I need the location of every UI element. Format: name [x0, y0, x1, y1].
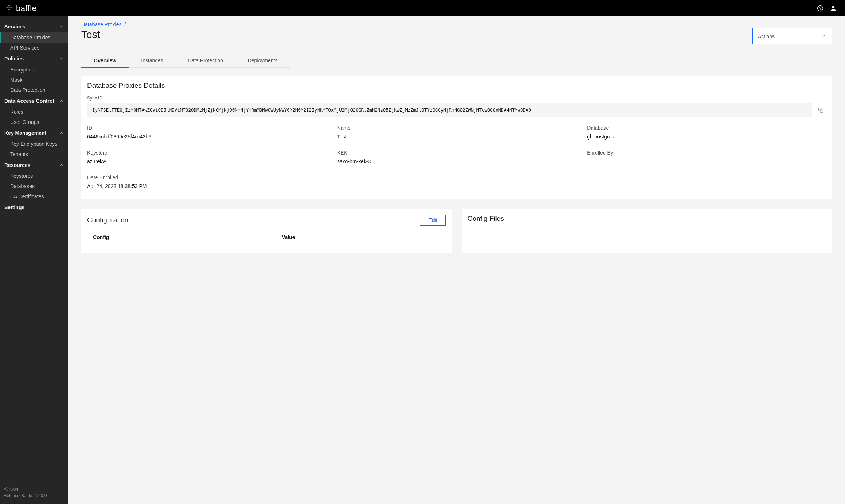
details-card: Database Proxies Details Sync ID IyNTSEl…	[81, 76, 832, 199]
sidebar-item-databases[interactable]: Databases	[0, 181, 68, 191]
sidebar-item-data-protection[interactable]: Data Protection	[0, 85, 68, 95]
chevron-up-icon	[59, 98, 64, 103]
help-icon[interactable]	[814, 2, 827, 15]
nav-section-label: Key Management	[4, 130, 46, 136]
chevron-down-icon	[821, 33, 826, 39]
brand: baffle	[5, 4, 36, 13]
tabs: Overview Instances Data Protection Deplo…	[81, 54, 290, 68]
col-value: Value	[276, 231, 446, 244]
sidebar-item-ca-certificates[interactable]: CA Certificates	[0, 191, 68, 202]
app-header: baffle	[0, 0, 845, 16]
tab-deployments[interactable]: Deployments	[235, 54, 290, 68]
copy-icon[interactable]	[816, 103, 826, 117]
chevron-up-icon	[59, 130, 64, 136]
detail-database: Database gh-postgres	[587, 125, 826, 140]
user-icon[interactable]	[827, 2, 840, 15]
config-files-card-title: Config Files	[468, 215, 826, 223]
breadcrumb-sep: /	[124, 22, 126, 27]
nav-section-label: Policies	[4, 56, 24, 62]
main-content: Database Proxies / Test Actions... Overv…	[68, 16, 845, 504]
nav-section-key-management[interactable]: Key Management	[0, 127, 68, 139]
version-label: Version:	[4, 486, 65, 492]
svg-rect-4	[8, 7, 10, 8]
details-card-title: Database Proxies Details	[87, 82, 826, 90]
detail-kek: KEK saxo-bm-kek-3	[337, 150, 576, 165]
sidebar-item-roles[interactable]: Roles	[0, 107, 68, 117]
brand-name: baffle	[16, 4, 36, 13]
configuration-table: Config Value	[87, 231, 446, 244]
svg-rect-3	[8, 9, 10, 11]
sidebar-item-tenants[interactable]: Tenants	[0, 149, 68, 159]
nav-section-label: Data Access Control	[4, 98, 54, 104]
sidebar-item-keystores[interactable]: Keystores	[0, 171, 68, 181]
tab-data-protection[interactable]: Data Protection	[175, 54, 235, 68]
nav-section-services[interactable]: Services	[0, 21, 68, 32]
sidebar-item-api-services[interactable]: API Services	[0, 43, 68, 53]
svg-point-7	[832, 6, 835, 8]
svg-rect-0	[8, 5, 10, 7]
detail-id: ID 6446ccbdf0309e25f4cc43b6	[87, 125, 326, 140]
brand-logo-icon	[5, 4, 13, 12]
nav-section-policies[interactable]: Policies	[0, 53, 68, 65]
actions-dropdown[interactable]: Actions...	[752, 28, 832, 44]
breadcrumb-parent-link[interactable]: Database Proxies	[81, 22, 122, 27]
svg-rect-8	[820, 109, 823, 112]
configuration-card-title: Configuration	[87, 216, 128, 224]
sidebar: Services Database Proxies API Services P…	[0, 16, 68, 504]
version-value: Release-Baffle.2.2.0.0	[4, 492, 65, 499]
svg-point-6	[820, 9, 821, 10]
svg-rect-1	[6, 7, 8, 8]
nav-section-resources[interactable]: Resources	[0, 159, 68, 171]
sync-id-label: Sync ID	[87, 95, 826, 101]
sidebar-item-key-encryption-keys[interactable]: Key Encryption Keys	[0, 139, 68, 149]
nav-section-label: Resources	[4, 162, 31, 168]
sidebar-item-encryption[interactable]: Encryption	[0, 65, 68, 75]
sync-id-value[interactable]: IyNTSElFTEQjIzY0MTAwZGViODJkNDViMTQ2ODMz…	[87, 103, 812, 117]
svg-rect-2	[10, 7, 12, 8]
edit-button[interactable]: Edit	[420, 215, 445, 226]
tab-overview[interactable]: Overview	[81, 54, 129, 68]
sidebar-item-settings[interactable]: Settings	[0, 202, 68, 213]
detail-name: Name Test	[337, 125, 576, 140]
detail-keystore: Keystore azurekv-	[87, 150, 326, 165]
chevron-up-icon	[59, 56, 64, 61]
page-title: Test	[81, 29, 126, 40]
configuration-card: Configuration Edit Config Value	[81, 209, 452, 253]
col-config: Config	[87, 231, 276, 244]
sidebar-nav: Services Database Proxies API Services P…	[0, 16, 68, 482]
sidebar-item-user-groups[interactable]: User Groups	[0, 117, 68, 127]
breadcrumb: Database Proxies /	[81, 22, 126, 27]
chevron-up-icon	[59, 24, 64, 29]
sidebar-item-mask[interactable]: Mask	[0, 75, 68, 85]
config-files-card: Config Files	[462, 209, 832, 253]
tab-instances[interactable]: Instances	[129, 54, 175, 68]
actions-dropdown-label: Actions...	[758, 34, 779, 39]
nav-section-data-access-control[interactable]: Data Access Control	[0, 95, 68, 107]
detail-date-enrolled: Date Enrolled Apr 24, 2023 18:38:53 PM	[87, 175, 326, 190]
sidebar-footer: Version: Release-Baffle.2.2.0.0	[0, 482, 68, 504]
detail-enrolled-by: Enrolled By	[587, 150, 826, 165]
chevron-up-icon	[59, 163, 64, 168]
nav-section-label: Services	[4, 24, 26, 30]
sidebar-item-database-proxies[interactable]: Database Proxies	[0, 32, 68, 43]
